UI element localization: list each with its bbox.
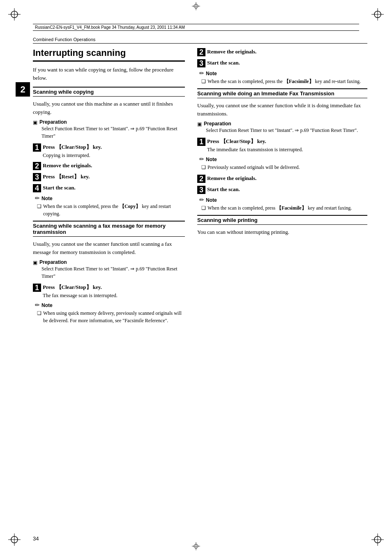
note-text-after-fax: When the scan is completed, press the 【F… — [208, 78, 367, 85]
step-immediate-fax-2: 2 Remove the originals. — [197, 174, 367, 183]
note-text-immediate-fax-2: When the scan is completed, press 【Facsi… — [208, 204, 367, 212]
note-fax-memory: ✏ Note ❑ When using quick memory deliver… — [35, 302, 185, 324]
corner-mark-bl — [8, 533, 21, 546]
prep-text-immediate-fax: Select Function Reset Timer to set "Inst… — [206, 127, 358, 134]
step-copying-1-text: Press 【Clear/Stop】 key. — [43, 144, 102, 150]
page: RussianC2-EN-sysF1_V4_FM.book Page 34 Th… — [0, 0, 392, 554]
subsection-title-immediate-fax: Scanning while doing an Immediate Fax Tr… — [197, 88, 367, 98]
step-copying-3: 3 Press 【Reset】 key. — [33, 173, 185, 181]
step-copying-2: 2 Remove the originals. — [33, 162, 185, 170]
note-icon-immediate-fax-1: ✏ — [199, 156, 204, 163]
prep-icon-copying: ▣ — [33, 120, 37, 126]
subsection-title-printing: Scanning while printing — [197, 215, 367, 225]
note-immediate-fax-2: ✏ Note ❑ When the scan is completed, pre… — [199, 196, 367, 212]
subsection-intro-printing: You can scan without interrupting printi… — [197, 228, 367, 236]
step-fax-memory-3: 3 Start the scan. — [197, 59, 367, 67]
section-title: Interrupting scanning — [33, 48, 185, 62]
bottom-center-mark — [192, 542, 200, 552]
note-text-immediate-fax-1: Previously scanned originals will be del… — [208, 164, 367, 171]
page-number: 34 — [33, 536, 39, 542]
note-icon-after-fax: ✏ — [199, 70, 204, 77]
note-immediate-fax-1: ✏ Note ❑ Previously scanned originals wi… — [199, 156, 367, 171]
prep-label-copying: Preparation — [39, 119, 185, 125]
note-text-fax-memory: When using quick memory delivery, previo… — [43, 309, 185, 324]
step-copying-2-text: Remove the originals. — [43, 162, 92, 169]
preparation-immediate-fax: ▣ Preparation Select Function Reset Time… — [197, 121, 367, 134]
note-icon-fax-memory: ✏ — [35, 302, 40, 309]
subsection-title-fax-memory: Scanning while scanning a fax message fo… — [33, 221, 185, 237]
main-content: Combined Function Operations Interruptin… — [33, 37, 367, 525]
top-center-mark — [192, 2, 200, 12]
note-after-fax-scan: ✏ Note ❑ When the scan is completed, pre… — [199, 70, 367, 85]
note-label-immediate-fax-1: Note — [206, 157, 217, 162]
step-fax-memory-2: 2 Remove the originals. — [197, 48, 367, 56]
note-item-immediate-fax-2: ❑ When the scan is completed, press 【Fac… — [201, 204, 367, 212]
note-text-copying: When the scan is completed, press the 【C… — [43, 203, 185, 217]
note-item-after-fax: ❑ When the scan is completed, press the … — [201, 78, 367, 85]
subsection-intro-copying: Usually, you cannot use this machine as … — [33, 100, 185, 116]
note-copying: ✏ Note ❑ When the scan is completed, pre… — [35, 195, 185, 217]
corner-mark-tr — [371, 8, 384, 21]
section-intro: If you want to scan while copying or fax… — [33, 66, 185, 82]
step-copying-3-text: Press 【Reset】 key. — [43, 173, 90, 180]
note-label-after-fax: Note — [206, 71, 217, 76]
left-column: Interrupting scanning If you want to sca… — [33, 48, 185, 328]
breadcrumb: Combined Function Operations — [33, 37, 367, 44]
sidebar-number: 2 — [16, 82, 30, 97]
subsection-intro-immediate-fax: Usually, you cannot use the scanner func… — [197, 102, 367, 118]
prep-label-immediate-fax: Preparation — [204, 121, 358, 127]
prep-label-fax-memory: Preparation — [39, 259, 185, 265]
note-item-fax-memory: ❑ When using quick memory delivery, prev… — [37, 309, 185, 324]
prep-icon-fax-memory: ▣ — [33, 260, 37, 266]
two-column-layout: Interrupting scanning If you want to sca… — [33, 48, 367, 328]
step-immediate-fax-1: 1 Press 【Clear/Stop】 key. The immediate … — [197, 137, 367, 153]
note-item-immediate-fax-1: ❑ Previously scanned originals will be d… — [201, 164, 367, 171]
prep-text-fax-memory: Select Function Reset Timer to set "Inst… — [42, 265, 185, 280]
step-fax-memory-1-sub: The fax message scan is interrupted. — [43, 292, 185, 300]
subsection-immediate-fax: Scanning while doing an Immediate Fax Tr… — [197, 88, 367, 212]
step-copying-4: 4 Start the scan. — [33, 184, 185, 192]
prep-text-copying: Select Function Reset Timer to set "Inst… — [42, 125, 185, 140]
step-immediate-fax-3: 3 Start the scan. — [197, 185, 367, 194]
prep-icon-immediate-fax: ▣ — [197, 121, 202, 127]
note-label-copying: Note — [42, 196, 53, 201]
note-icon-immediate-fax-2: ✏ — [199, 196, 204, 203]
corner-mark-tl — [8, 8, 21, 21]
continued-steps-fax-memory: 2 Remove the originals. 3 Start the scan… — [197, 48, 367, 85]
preparation-fax-memory: ▣ Preparation Select Function Reset Time… — [33, 259, 185, 280]
step-fax-memory-1-text: Press 【Clear/Stop】 key. — [43, 284, 102, 290]
file-info-text: RussianC2-EN-sysF1_V4_FM.book Page 34 Th… — [35, 25, 185, 30]
corner-mark-br — [371, 533, 384, 546]
note-label-immediate-fax-2: Note — [206, 197, 217, 203]
step-copying-4-text: Start the scan. — [43, 185, 76, 191]
step-immediate-fax-1-sub: The immediate fax transmission is interr… — [207, 146, 367, 154]
step-copying-1: 1 Press 【Clear/Stop】 key. Copying is int… — [33, 143, 185, 159]
note-label-fax-memory: Note — [42, 302, 53, 308]
file-info-bar: RussianC2-EN-sysF1_V4_FM.book Page 34 Th… — [33, 24, 359, 31]
subsection-intro-fax-memory: Usually, you cannot use the scanner func… — [33, 240, 185, 256]
subsection-scanning-fax-memory: Scanning while scanning a fax message fo… — [33, 221, 185, 324]
subsection-scanning-copying: Scanning while copying Usually, you cann… — [33, 87, 185, 217]
step-fax-memory-1: 1 Press 【Clear/Stop】 key. The fax messag… — [33, 283, 185, 299]
preparation-copying: ▣ Preparation Select Function Reset Time… — [33, 119, 185, 140]
subsection-scanning-printing: Scanning while printing You can scan wit… — [197, 215, 367, 236]
right-column: 2 Remove the originals. 3 Start the scan… — [197, 48, 367, 328]
step-copying-1-sub: Copying is interrupted. — [43, 152, 185, 159]
note-item-copying: ❑ When the scan is completed, press the … — [37, 203, 185, 217]
note-icon-copying: ✏ — [35, 195, 40, 202]
subsection-title-copying: Scanning while copying — [33, 87, 185, 97]
